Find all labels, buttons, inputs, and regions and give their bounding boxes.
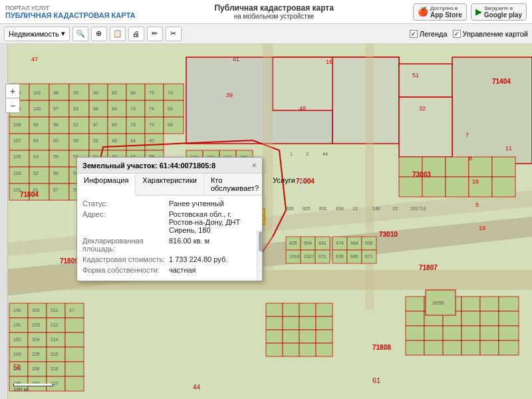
area-value: 816.00 кв. м: [169, 237, 253, 253]
panel-tabs: Информация Характеристики Кто обслуживае…: [77, 174, 262, 196]
svg-rect-142: [406, 326, 424, 340]
svg-text:47: 47: [31, 56, 38, 63]
svg-text:75: 75: [149, 90, 154, 95]
svg-text:204: 204: [32, 337, 40, 342]
svg-text:39: 39: [226, 92, 233, 98]
svg-text:73003: 73003: [412, 171, 431, 178]
tab-services[interactable]: Услуги: [266, 174, 303, 195]
svg-text:73: 73: [149, 122, 154, 127]
svg-text:56: 56: [73, 138, 78, 143]
toolbar-btn-3[interactable]: 📋: [110, 27, 126, 41]
manage-map-toggle[interactable]: ✓ Управление картой: [453, 30, 528, 38]
svg-rect-21: [69, 100, 89, 117]
zoom-out-button[interactable]: −: [5, 98, 20, 113]
tab-who-serves[interactable]: Кто обслуживает?: [204, 174, 266, 195]
toolbar-btn-4[interactable]: 🖨: [128, 27, 144, 41]
svg-rect-84: [492, 157, 515, 177]
zoom-in-button[interactable]: +: [5, 84, 20, 98]
toolbar-btn-5[interactable]: ✏: [147, 27, 163, 41]
svg-text:80: 80: [130, 90, 136, 95]
svg-rect-5: [452, 57, 532, 164]
legend-label: Легенда: [420, 30, 448, 38]
toolbar-right: ✓ Легенда ✓ Управление картой: [410, 30, 528, 38]
svg-text:205: 205: [32, 352, 40, 356]
svg-rect-14: [108, 84, 126, 100]
available-label: Доступно в: [430, 5, 462, 11]
scale-bar: 100 м: [13, 384, 53, 392]
googleplay-text: Загрузите в Google play: [484, 5, 522, 19]
svg-rect-13: [89, 84, 108, 100]
legend-checkbox[interactable]: ✓: [410, 30, 418, 38]
manage-checkbox[interactable]: ✓: [453, 30, 461, 38]
svg-text:215: 215: [51, 352, 59, 356]
svg-text:641: 641: [319, 241, 327, 245]
portal-label: Портал услуг: [5, 5, 135, 11]
svg-text:17: 17: [69, 308, 74, 313]
toolbar-btn-1[interactable]: 🔍: [72, 27, 88, 41]
svg-text:206: 206: [32, 366, 40, 371]
svg-rect-15: [126, 84, 145, 100]
svg-rect-97: [65, 318, 84, 332]
svg-rect-16: [145, 84, 164, 100]
svg-text:64: 64: [33, 138, 39, 143]
svg-text:101: 101: [13, 188, 21, 192]
svg-text:57: 57: [53, 188, 59, 192]
toolbar-btn-6[interactable]: ✂: [166, 27, 182, 41]
svg-text:625: 625: [289, 241, 297, 245]
svg-rect-156: [263, 44, 273, 270]
svg-text:203: 203: [32, 323, 40, 327]
svg-text:87: 87: [93, 122, 98, 127]
svg-rect-86: [422, 177, 446, 197]
svg-rect-151: [462, 340, 480, 355]
svg-rect-129: [316, 343, 332, 356]
svg-text:15: 15: [392, 206, 398, 211]
svg-rect-35: [164, 117, 184, 134]
svg-rect-101: [65, 332, 84, 347]
svg-rect-43: [145, 134, 164, 150]
svg-text:871: 871: [319, 254, 327, 259]
tab-characteristics[interactable]: Характеристики: [136, 174, 204, 195]
svg-text:95: 95: [73, 90, 78, 95]
address-row: Адрес: Ростовская обл., г. Ростов-на-Дон…: [82, 210, 253, 234]
nedvizhimost-dropdown[interactable]: Недвижимость ▾: [4, 27, 70, 41]
svg-text:474: 474: [336, 241, 344, 245]
svg-text:484: 484: [350, 241, 358, 245]
svg-rect-62: [49, 184, 69, 200]
svg-rect-83: [469, 157, 492, 177]
svg-rect-30: [69, 117, 89, 134]
tab-information[interactable]: Информация: [77, 174, 136, 196]
panel-close-button[interactable]: ×: [251, 160, 257, 170]
svg-text:73010: 73010: [379, 231, 398, 238]
svg-text:78: 78: [130, 122, 136, 127]
toolbar-btn-2[interactable]: ⊕: [91, 27, 107, 41]
svg-rect-40: [89, 134, 108, 150]
header-center: Публичная кадастровая карта на мобильном…: [214, 3, 333, 20]
svg-text:1: 1: [290, 152, 293, 156]
svg-text:41: 41: [233, 56, 239, 63]
svg-rect-31: [89, 117, 108, 134]
appstore-badge[interactable]: 🍎 Доступно в App Store: [413, 3, 467, 21]
legend-toggle[interactable]: ✓ Легенда: [410, 30, 448, 38]
svg-text:146: 146: [372, 206, 380, 211]
svg-text:69: 69: [168, 106, 173, 111]
map-container[interactable]: 47 41 16 39 48 51 32 58 44 61 7 6 18 5 1…: [0, 44, 532, 399]
svg-text:190: 190: [13, 308, 21, 313]
svg-text:51: 51: [412, 72, 419, 78]
svg-text:105: 105: [13, 154, 21, 159]
panel-scrollbar[interactable]: [257, 230, 262, 281]
googleplay-badge[interactable]: ▶ Загрузите в Google play: [471, 3, 527, 21]
apple-icon: 🍎: [418, 7, 428, 17]
svg-text:52: 52: [93, 138, 98, 143]
svg-text:834: 834: [336, 206, 344, 211]
svg-rect-85: [399, 177, 422, 197]
svg-text:1927: 1927: [304, 254, 315, 259]
svg-text:63: 63: [33, 154, 39, 159]
svg-rect-11: [49, 84, 69, 100]
cadastral-value-label: Кадастровая стоимость:: [82, 255, 169, 263]
svg-rect-152: [480, 340, 499, 355]
area-row: Декларированная площадь: 816.00 кв. м: [82, 237, 253, 253]
svg-rect-17: [164, 84, 184, 100]
svg-text:16: 16: [326, 59, 332, 65]
svg-text:71808: 71808: [372, 344, 391, 351]
svg-text:2: 2: [306, 152, 309, 156]
